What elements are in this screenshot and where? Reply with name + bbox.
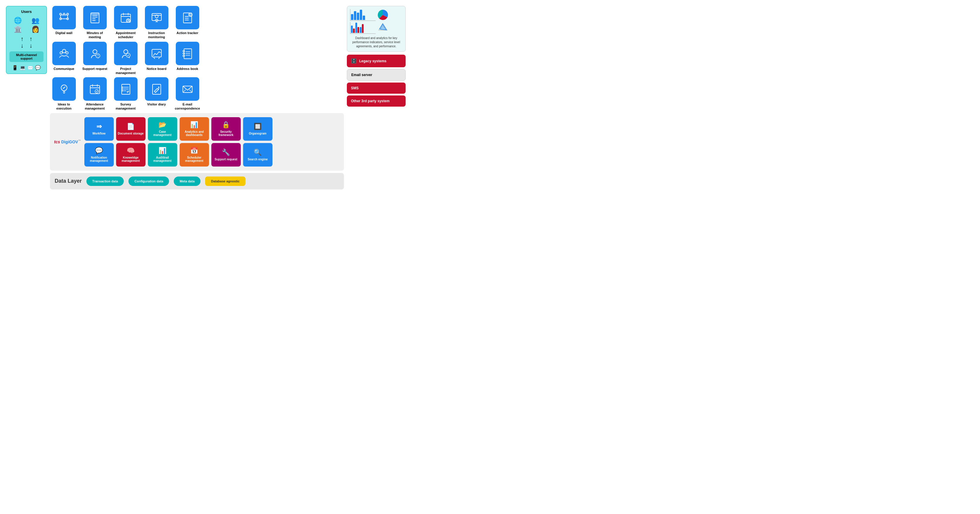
- address-book-icon: [176, 42, 199, 65]
- meta-data-pill: Meta data: [174, 176, 200, 186]
- apps-row-1: Digital wall Minutes of meeting: [50, 6, 344, 40]
- module-scheduler[interactable]: 📅 Scheduler management: [180, 143, 209, 167]
- multichannel-box: Multi-channel support: [10, 51, 43, 62]
- app-appointment: Appointment scheduler: [112, 6, 140, 40]
- support-request-icon: ?: [83, 42, 107, 65]
- svg-rect-61: [122, 84, 130, 94]
- svg-point-37: [93, 50, 97, 54]
- support-request-label: Support request: [82, 67, 107, 71]
- main-layout: Users 🌐 👥 🏛️ 👩 ↑↓ ↑↓ Multi-channel suppo…: [6, 6, 406, 189]
- users-title: Users: [21, 10, 32, 14]
- project-mgmt-icon: [114, 42, 138, 65]
- attendance-label: Attendance management: [81, 102, 109, 111]
- module-knowledge[interactable]: 🧠 Knoweldge management: [116, 143, 145, 167]
- survey-icon: [114, 77, 138, 101]
- organogram-icon: 🔲: [254, 123, 262, 130]
- action-tracker-label: Action tracker: [177, 31, 199, 35]
- bar-3: [357, 13, 359, 20]
- analytics-label: Analytics and dashboards: [181, 130, 207, 136]
- analytics-charts: [350, 9, 402, 34]
- legacy-systems-btn[interactable]: 🗄️ Legacy systems: [347, 55, 406, 67]
- third-party-btn[interactable]: Other 3rd party system: [347, 95, 406, 106]
- bar-4: [360, 10, 362, 20]
- minutes-meeting-icon: [83, 6, 107, 29]
- attendance-icon: [83, 77, 107, 101]
- email-corr-icon: [176, 77, 199, 101]
- digigov-panel: tcs DigiGOV™ ⇒ Workflow 📄 Document stora…: [50, 113, 344, 171]
- communique-label: Communique: [54, 67, 74, 71]
- address-book-label: Address book: [177, 67, 198, 71]
- project-mgmt-label: Project management: [112, 67, 140, 75]
- multichannel-label: Multi-channel support: [16, 53, 37, 60]
- bar-chart-mini: [350, 9, 375, 21]
- bar-2: [354, 11, 356, 20]
- digi-text: DigiGOV: [61, 140, 78, 144]
- survey-label: Survey management: [112, 102, 140, 111]
- security-icon: 🔒: [222, 121, 230, 128]
- gbar-1: [351, 25, 353, 33]
- sms-label: SMS: [351, 86, 359, 90]
- app-instruction: Instruction monitoring: [143, 6, 170, 40]
- support-label: Support request: [215, 158, 237, 161]
- appointment-icon: [114, 6, 138, 29]
- app-support-request: ? Support request: [81, 42, 109, 75]
- gbar-6: [362, 24, 364, 33]
- instruction-icon: [145, 6, 169, 29]
- globe-icon: 🌐: [10, 17, 26, 24]
- chat-icon: 💬: [35, 65, 41, 70]
- email-server-btn[interactable]: Email server: [347, 69, 406, 81]
- action-tracker-icon: [176, 6, 199, 29]
- module-search[interactable]: 🔍 Search engine: [243, 143, 272, 167]
- config-data-pill: Configuration data: [129, 176, 169, 186]
- email-corr-label: E-mail correspondence: [173, 102, 201, 111]
- svg-text:?: ?: [97, 54, 99, 57]
- gbar-3: [355, 22, 357, 33]
- audit-label: Audittrail management: [150, 156, 175, 162]
- case-mgmt-icon: 📂: [158, 121, 166, 128]
- module-security[interactable]: 🔒 Security framework: [212, 117, 241, 141]
- app-action-tracker: Action tracker: [173, 6, 201, 40]
- middle-content: Digital wall Minutes of meeting: [50, 6, 344, 189]
- svg-point-29: [189, 13, 192, 16]
- instruction-label: Instruction monitoring: [143, 31, 170, 40]
- appointment-label: Appointment scheduler: [112, 31, 140, 40]
- svg-line-44: [158, 57, 160, 59]
- knowledge-label: Knoweldge management: [118, 156, 144, 162]
- app-email-corr: E-mail correspondence: [173, 77, 201, 111]
- module-audit[interactable]: 📊 Audittrail management: [148, 143, 177, 167]
- digital-wall-icon: [52, 6, 76, 29]
- building-icon: 🏛️: [10, 25, 26, 33]
- arrows: ↑↓ ↑↓: [21, 35, 32, 49]
- svg-rect-14: [91, 13, 99, 15]
- tcs-text: tcs: [54, 140, 60, 144]
- sms-btn[interactable]: SMS: [347, 82, 406, 94]
- system-buttons: 🗄️ Legacy systems Email server SMS Other…: [347, 55, 406, 106]
- modules-row-1: ⇒ Workflow 📄 Document storage 📂 Case man…: [84, 117, 340, 141]
- person-icon: 👩: [27, 25, 43, 33]
- security-label: Security framework: [213, 130, 239, 136]
- svg-point-65: [122, 87, 123, 88]
- module-workflow[interactable]: ⇒ Workflow: [84, 117, 114, 141]
- svg-rect-45: [184, 49, 192, 59]
- people-icon: 👥: [27, 17, 43, 24]
- module-analytics[interactable]: 📊 Analytics and dashboards: [180, 117, 209, 141]
- doc-storage-label: Document storage: [118, 132, 144, 135]
- svg-point-70: [158, 87, 159, 88]
- third-party-label: Other 3rd party system: [351, 99, 390, 103]
- module-case-mgmt[interactable]: 📂 Case management: [148, 117, 177, 141]
- search-icon: 🔍: [254, 149, 262, 156]
- app-address-book: Address book: [173, 42, 201, 75]
- left-panel: Users 🌐 👥 🏛️ 👩 ↑↓ ↑↓ Multi-channel suppo…: [6, 6, 47, 74]
- database-agnostic-badge: Database agnostic: [205, 176, 245, 186]
- analytics-icon: 📊: [190, 121, 198, 128]
- module-notification[interactable]: 💬 Notification management: [84, 143, 114, 167]
- audit-icon: 📊: [158, 147, 166, 154]
- module-organogram[interactable]: 🔲 Organogram: [243, 117, 272, 141]
- app-ideas: Ideas to execution: [50, 77, 78, 111]
- svg-line-73: [189, 90, 192, 92]
- minutes-meeting-label: Minutes of meeting: [81, 31, 109, 40]
- digigov-modules: ⇒ Workflow 📄 Document storage 📂 Case man…: [84, 117, 340, 167]
- module-support[interactable]: 🔧 Support request: [212, 143, 241, 167]
- notification-label: Notification management: [86, 156, 112, 162]
- module-doc-storage[interactable]: 📄 Document storage: [116, 117, 145, 141]
